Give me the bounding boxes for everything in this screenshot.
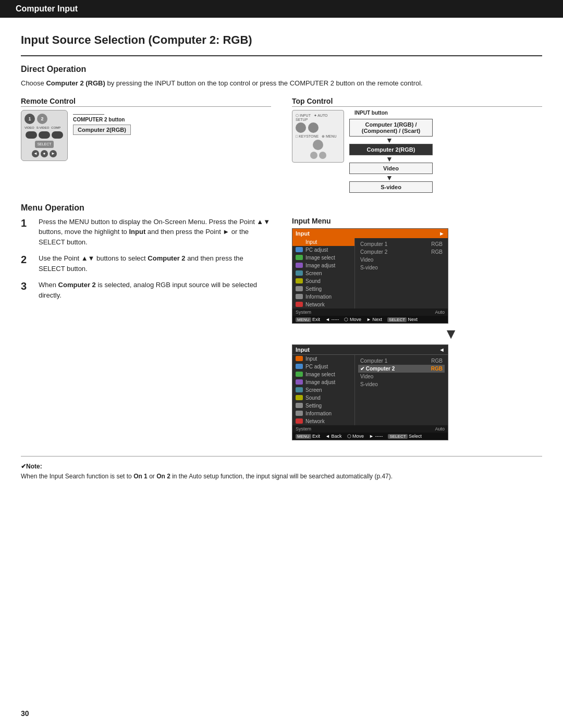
menu2-icon-net: [296, 418, 303, 424]
menu-steps-col: 1 Press the MENU button to display the O…: [21, 217, 271, 440]
bold-computer2: Computer 2 (RGB): [46, 79, 105, 87]
menu2-item-network: Network: [292, 417, 354, 425]
menu2-right-col: Computer 1 RGB ✔ Computer 2 RGB Video: [355, 355, 448, 425]
remote-top-buttons: 1 2: [25, 114, 64, 124]
menu2-header-arrow: ◄: [439, 347, 445, 353]
menu-item-network: Network: [292, 301, 354, 309]
menu1-key-select: SELECT: [387, 317, 407, 322]
menu2-right-computer2-selected: ✔ Computer 2 RGB: [358, 365, 445, 373]
menu1-right-col: Computer 1 RGB Computer 2 RGB Video: [355, 238, 448, 309]
page-number: 30: [21, 709, 29, 718]
flow-arrow-2: ▼: [386, 155, 393, 163]
menu1-items-area: Input PC adjust Image select: [292, 238, 448, 309]
remote-control-title: Remote Control: [21, 97, 271, 107]
menu-item-icon-input: [296, 239, 303, 244]
menu-item-info: Information: [292, 293, 354, 301]
menu-item-imageselect: Image select: [292, 254, 354, 262]
remote-select-label: SELECT: [35, 141, 54, 148]
menu2-icon-input: [296, 356, 303, 361]
menu1-header-left: Input: [296, 230, 310, 237]
flow-box-svideo: S-video: [349, 181, 433, 193]
step-1-text: Press the MENU button to display the On-…: [39, 217, 271, 248]
menu2-item-input: Input: [292, 355, 354, 363]
flow-box-video: Video: [349, 163, 433, 174]
step-2-number: 2: [21, 253, 33, 266]
direct-operation-section: Direct Operation Choose Computer 2 (RGB)…: [21, 65, 542, 89]
top-control-title: Top Control: [292, 97, 542, 107]
top-ctrl-circle1: [296, 122, 306, 133]
menu2-items-area: Input PC adjust Image select: [292, 355, 448, 425]
menu-item-pcadjust: PC adjust: [292, 246, 354, 254]
menu2-item-info: Information: [292, 410, 354, 417]
input-menu-title: Input Menu: [292, 217, 542, 225]
control-diagrams: Remote Control 1 2 VIDEO S-VIDEO COMP: [21, 97, 542, 193]
menu-item-input-active: Input: [292, 238, 354, 246]
menu2-rgb-label: RGB: [431, 366, 443, 372]
remote-diagram: 1 2 VIDEO S-VIDEO COMP SELECT: [21, 110, 271, 161]
menu2-right-computer1: Computer 1 RGB: [358, 357, 445, 365]
top-ctrl-buttons: [296, 122, 340, 133]
header-title: Computer Input: [16, 4, 78, 13]
menu2-header-left: Input: [296, 347, 310, 353]
remote-nav-buttons: ◄ ● ►: [25, 150, 64, 157]
menu2-item-pcadjust: PC adjust: [292, 363, 354, 371]
menu-item-setting: Setting: [292, 285, 354, 293]
remote-nav-right: ►: [50, 150, 57, 157]
callout-line-graphic: [73, 114, 104, 115]
top-control-col: Top Control ⬡ INPUT ✦ AUTO SETUP □ KEYST…: [292, 97, 542, 193]
header-bar: Computer Input: [0, 0, 563, 18]
menu2-icon-imgsel: [296, 372, 303, 377]
intro-text: Choose Computer 2 (RGB) by pressing the …: [21, 78, 542, 89]
top-ctrl-flow: INPUT button Computer 1(RGB) / (Componen…: [349, 110, 433, 193]
menu-item-icon-setting: [296, 286, 303, 291]
note-text: ✔Note: When the Input Search function is…: [21, 462, 542, 482]
menu2-key-menu: MENU: [296, 434, 311, 439]
step-1-number: 1: [21, 217, 33, 229]
direct-operation-title: Direct Operation: [21, 65, 542, 74]
menu-screen-2: Input ◄ Input PC adjust: [292, 344, 448, 440]
menu2-item-screen: Screen: [292, 386, 354, 394]
title-divider: [21, 55, 542, 56]
input-button-label: INPUT button: [354, 110, 388, 116]
menu-item-sound: Sound: [292, 277, 354, 285]
menu2-item-imageselect: Image select: [292, 371, 354, 378]
remote-mid-labels: VIDEO S-VIDEO COMP: [25, 126, 64, 129]
menu1-header: Input ►: [292, 229, 448, 238]
menu-screen-1: Input ► Input PC adjust: [292, 228, 448, 324]
menu2-item-sound: Sound: [292, 394, 354, 402]
menu-item-icon-info: [296, 294, 303, 299]
input-menu-col: Input Menu Input ► Input: [292, 217, 542, 440]
menu-item-icon-imgadj: [296, 263, 303, 268]
remote-btn-1: 1: [25, 114, 35, 124]
down-arrow: ▼: [360, 326, 542, 342]
top-ctrl-menu-btn: [313, 140, 323, 150]
menu-operation-section: Menu Operation 1 Press the MENU button t…: [21, 203, 542, 440]
flow-box-computer1: Computer 1(RGB) / (Component) / (Scart): [349, 119, 433, 137]
remote-body: 1 2 VIDEO S-VIDEO COMP SELECT: [21, 110, 68, 161]
remote-oval-2: [39, 131, 50, 139]
menu-item-icon-net: [296, 302, 303, 307]
menu1-key-menu: MENU: [296, 317, 311, 322]
menu1-right-video: Video: [358, 256, 445, 264]
top-control-diagram: ⬡ INPUT ✦ AUTO SETUP □ KEYSTONE ⊕ MENU: [292, 110, 542, 193]
flow-boxes: Computer 1(RGB) / (Component) / (Scart) …: [349, 119, 433, 193]
menu-item-imageadjust: Image adjust: [292, 262, 354, 269]
top-ctrl-device: ⬡ INPUT ✦ AUTO SETUP □ KEYSTONE ⊕ MENU: [292, 110, 344, 163]
remote-nav-left: ◄: [32, 150, 39, 157]
remote-nav-mid: ●: [41, 150, 48, 157]
flow-arrow-1: ▼: [386, 137, 393, 144]
remote-btn-2: 2: [37, 114, 47, 124]
menu1-right-svideo: S-video: [358, 264, 445, 272]
menu1-header-arrow: ►: [439, 230, 445, 237]
menu2-icon-screen: [296, 387, 303, 392]
menu2-item-imageadjust: Image adjust: [292, 378, 354, 386]
top-ctrl-nav-btn: [310, 152, 317, 159]
menu2-icon-sound: [296, 395, 303, 400]
remote-oval-1: [26, 131, 37, 139]
menu1-footer: MENU Exit ◄ ----- ⬡ Move ► Next SELECT N…: [292, 316, 448, 323]
menu-item-icon-imgsel: [296, 255, 303, 260]
menu-two-col: 1 Press the MENU button to display the O…: [21, 217, 542, 440]
top-ctrl-nav-btn2: [319, 152, 326, 159]
menu1-right-computer2: Computer 2 RGB: [358, 248, 445, 256]
menu2-header: Input ◄: [292, 345, 448, 355]
